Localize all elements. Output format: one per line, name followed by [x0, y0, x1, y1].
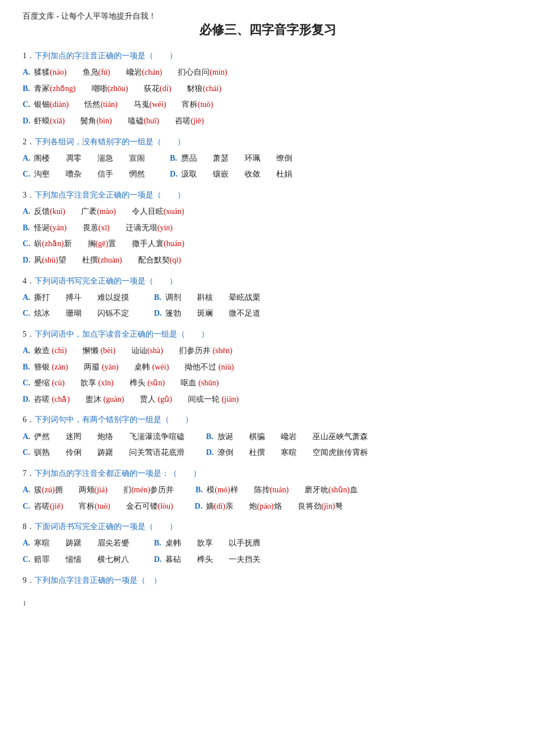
question-6-option-cd: C. 驯熟 伶俐 踌躇 问关莺语花底滑 D. 潦倒 杜撰 寒暄 空闻虎旅传霄柝	[23, 445, 512, 461]
question-5-option-d: D. 咨嗟 (chǎ) 盥沐 (guàn) 贾人 (gǔ) 间或一轮 (jiàn…	[23, 392, 512, 407]
question-1: 1．下列加点的字注音正确的一项是（ ） A. 猱猱(náo) 鱼凫(fú) 巉岩…	[23, 49, 512, 129]
question-7-option-cd: C. 咨嗟(jiē) 宵柝(tuò) 金石可镂(lòu) D. 嫡(dí)亲 炮…	[23, 499, 512, 514]
question-7: 7．下列加点的字注音全都正确的一项是：（ ） A. 簇(zú)拥 两颊(jiá)…	[23, 466, 512, 514]
question-5-stem: 5．下列词语中，加点字读音全正确的一组是（ ）	[23, 327, 512, 341]
question-2: 2．下列各组词，没有错别字的一组是（ ） A. 阁楼 凋零 湍急 宣闹 B. 赝…	[23, 135, 512, 182]
top-bar-text: 百度文库 - 让每个人平等地提升自我！	[23, 12, 156, 20]
question-2-option-cd: C. 沟壑 嘈杂 信手 惘然 D. 汲取 镶嵌 收敛 杜娟	[23, 167, 512, 182]
question-8-option-cd: C. 赔罪 惴惴 横七树八 D. 暮砧 榫头 一夫挡关	[23, 552, 512, 568]
question-5-option-a: A. 敕造 (chì) 懈懒 (bèi) 讪讪(shà) 扪参历井 (shēn)	[23, 343, 512, 359]
question-7-stem: 7．下列加点的字注音全都正确的一项是：（ ）	[23, 466, 512, 480]
question-4-stem: 4．下列词语书写完全正确的一项是（ ）	[23, 274, 512, 288]
page-number: 1	[23, 599, 512, 608]
question-3-option-a: A. 反馈(kuì) 广袤(mào) 令人目眩(xuán)	[23, 204, 512, 220]
question-1-stem: 1．下列加点的字注音正确的一项是（ ）	[23, 49, 512, 63]
top-bar: 百度文库 - 让每个人平等地提升自我！	[23, 11, 512, 22]
question-3-option-c: C. 崭(zhǎn)新 搁(gē)置 撒手人寰(huán)	[23, 237, 512, 252]
question-5-option-b: B. 簪银 (zàn) 两靥 (yàn) 桌帏 (wéi) 拗他不过 (niù)	[23, 360, 512, 375]
question-8-stem: 8．下面词语书写完全正确的一项是（ ）	[23, 519, 512, 534]
question-3-option-d: D. 夙(shù)望 杜撰(zhuàn) 配合默契(qì)	[23, 253, 512, 268]
question-5: 5．下列词语中，加点字读音全正确的一组是（ ） A. 敕造 (chì) 懈懒 (…	[23, 327, 512, 407]
question-2-option-ab: A. 阁楼 凋零 湍急 宣闹 B. 赝品 萧瑟 环珮 缭倒	[23, 151, 512, 166]
question-8-option-ab: A. 寒暄 踌躇 眉尖若蹙 B. 桌帏 歆享 以手抚膺	[23, 536, 512, 551]
question-1-option-d: D. 虾蟆(xiā) 鬓角(bìn) 嗑磕(huī) 咨嗟(jiē)	[23, 114, 512, 129]
question-1-option-c: C. 银钿(diàn) 恬然(tián) 马嵬(wéi) 宵柝(tuò)	[23, 97, 512, 113]
question-1-option-b: B. 青冢(zhǒng) 嘲哳(zhōu) 荻花(dí) 豺狼(chái)	[23, 81, 512, 97]
question-9: 9．下列加点字注音正确的一项是（ ）	[23, 573, 512, 587]
question-3-option-b: B. 怪诞(yán) 畏葸(xī) 迁谪无垠(yín)	[23, 221, 512, 236]
question-6-stem: 6．下列词句中，有两个错别字的一组是（ ）	[23, 413, 512, 427]
question-3-stem: 3．下列加点字注音完全正确的一项是（ ）	[23, 188, 512, 202]
question-6: 6．下列词句中，有两个错别字的一组是（ ） A. 俨然 迷罔 炮络 飞湍瀑流争喧…	[23, 413, 512, 460]
question-4: 4．下列词语书写完全正确的一项是（ ） A. 撕打 搏斗 难以捉摸 B. 调剂 …	[23, 274, 512, 321]
question-5-option-c: C. 蹙缩 (cù) 歆享 (xīn) 榫头 (sǔn) 呕血 (shūn)	[23, 376, 512, 391]
question-4-option-cd: C. 炫冰 珊瑚 闪铄不定 D. 篷勃 斑斓 微不足道	[23, 306, 512, 321]
page-title: 必修三、四字音字形复习	[23, 22, 512, 38]
question-6-option-ab: A. 俨然 迷罔 炮络 飞湍瀑流争喧磕 B. 放诞 棋骗 巉岩 巫山巫峡气萧森	[23, 429, 512, 445]
question-7-option-ab: A. 簇(zú)拥 两颊(jiá) 扪(mén)参历井 B. 模(mó)样 陈抟…	[23, 483, 512, 498]
question-1-option-a: A. 猱猱(náo) 鱼凫(fú) 巉岩(chán) 扪心自问(mín)	[23, 65, 512, 80]
question-4-option-ab: A. 撕打 搏斗 难以捉摸 B. 调剂 斟核 晕眩战栗	[23, 290, 512, 306]
question-9-stem: 9．下列加点字注音正确的一项是（ ）	[23, 573, 512, 587]
question-2-stem: 2．下列各组词，没有错别字的一组是（ ）	[23, 135, 512, 149]
question-3: 3．下列加点字注音完全正确的一项是（ ） A. 反馈(kuì) 广袤(mào) …	[23, 188, 512, 268]
question-8: 8．下面词语书写完全正确的一项是（ ） A. 寒暄 踌躇 眉尖若蹙 B. 桌帏 …	[23, 519, 512, 567]
